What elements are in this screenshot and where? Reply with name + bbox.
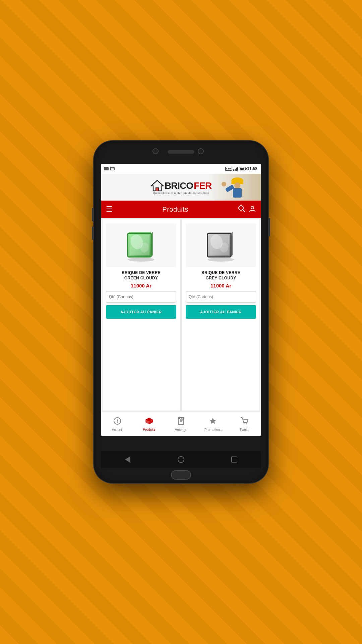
product-qty-grey[interactable] xyxy=(186,291,256,303)
battery-fill xyxy=(240,168,244,170)
home-button[interactable] xyxy=(176,454,186,465)
svg-rect-2 xyxy=(111,168,114,170)
signal-bar-4 xyxy=(237,167,238,171)
volume-down-button xyxy=(92,226,94,240)
signal-bar-1 xyxy=(233,169,234,171)
svg-marker-41 xyxy=(209,418,216,424)
panier-icon xyxy=(241,417,249,427)
front-camera xyxy=(153,148,159,154)
phone-screen: LTE 11:58 xyxy=(101,164,261,436)
logo-background xyxy=(207,174,261,201)
add-to-cart-green[interactable]: AJOUTER AU PANIER xyxy=(106,305,176,319)
notification-icon-1 xyxy=(104,167,109,170)
volume-up-button xyxy=(92,208,94,221)
svg-point-42 xyxy=(244,423,245,424)
notification-icon-2 xyxy=(110,167,115,170)
signal-bar-2 xyxy=(235,169,236,171)
product-qty-green[interactable] xyxy=(106,291,176,303)
menu-icon[interactable]: ☰ xyxy=(106,205,113,214)
svg-point-5 xyxy=(234,182,240,189)
panier-label: Panier xyxy=(240,428,250,432)
logo-tagline: Quincaillerie et matériaux de constructi… xyxy=(153,192,209,195)
back-button[interactable] xyxy=(123,454,133,465)
logo-house-icon xyxy=(150,180,164,192)
nav-item-accueil[interactable]: Accueil xyxy=(101,417,133,432)
nav-item-panier[interactable]: Panier xyxy=(229,417,261,432)
product-card-green: BRIQUE DE VERREGREEN CLOUDY 11000 Ar AJO… xyxy=(103,219,180,411)
page-title: Produits xyxy=(162,206,188,213)
arrivage-label: Arrivage xyxy=(175,428,187,432)
svg-point-23 xyxy=(207,258,234,262)
logo-main: BRICOFER xyxy=(150,180,212,192)
arrivage-icon xyxy=(177,417,185,427)
logo-brico: BRICO xyxy=(165,180,193,191)
signal-bars xyxy=(233,167,238,171)
speaker xyxy=(168,150,194,154)
app-logo-header: BRICOFER Quincaillerie et matériaux de c… xyxy=(101,174,261,201)
search-icon[interactable] xyxy=(238,205,245,214)
status-bar: LTE 11:58 xyxy=(101,164,261,174)
recents-button[interactable] xyxy=(229,454,239,465)
product-price-green: 11000 Ar xyxy=(131,283,152,288)
svg-line-13 xyxy=(243,210,245,212)
product-card-grey: BRIQUE DE VERREGREY CLOUDY 11000 Ar AJOU… xyxy=(182,219,259,411)
front-camera-right xyxy=(198,148,204,154)
power-button xyxy=(268,218,270,236)
product-image-grey xyxy=(186,223,256,267)
promotions-label: Promotions xyxy=(204,428,222,432)
add-to-cart-grey[interactable]: AJOUTER AU PANIER xyxy=(186,305,256,319)
recents-square-icon xyxy=(231,457,237,463)
toolbar-right-icons xyxy=(238,205,256,214)
logo-fer: FER xyxy=(194,180,212,191)
svg-point-40 xyxy=(182,418,183,419)
app-toolbar: ☰ Produits xyxy=(101,201,261,218)
product-price-grey: 11000 Ar xyxy=(210,283,231,288)
battery-icon xyxy=(240,167,246,170)
bottom-navigation: Accueil Produits xyxy=(101,412,261,436)
svg-rect-11 xyxy=(156,188,159,191)
product-image-green xyxy=(106,223,176,267)
product-name-green: BRIQUE DE VERREGREEN CLOUDY xyxy=(122,270,161,281)
worker-image xyxy=(219,175,249,200)
signal-bar-3 xyxy=(236,168,237,171)
home-circle-icon xyxy=(178,456,184,463)
status-left-icons xyxy=(104,167,115,170)
phone-device: LTE 11:58 xyxy=(94,141,268,483)
logo-container: BRICOFER Quincaillerie et matériaux de c… xyxy=(150,180,212,195)
svg-rect-6 xyxy=(233,188,242,198)
produits-icon xyxy=(145,417,154,427)
accueil-label: Accueil xyxy=(112,428,122,432)
back-triangle-icon xyxy=(125,456,130,463)
account-icon[interactable] xyxy=(249,205,256,214)
accueil-icon xyxy=(113,417,121,427)
product-name-grey: BRIQUE DE VERREGREY CLOUDY xyxy=(201,270,240,281)
physical-home-button[interactable] xyxy=(171,470,191,480)
nav-item-produits[interactable]: Produits xyxy=(133,417,165,431)
lte-badge: LTE xyxy=(225,167,232,171)
svg-point-43 xyxy=(246,423,247,424)
svg-point-15 xyxy=(128,258,155,262)
produits-label: Produits xyxy=(143,428,155,431)
nav-item-promotions[interactable]: Promotions xyxy=(197,417,229,432)
products-grid: BRIQUE DE VERREGREEN CLOUDY 11000 Ar AJO… xyxy=(101,218,261,412)
grey-brick-image xyxy=(202,227,239,264)
svg-point-8 xyxy=(222,182,226,186)
promotions-icon xyxy=(209,417,217,427)
clock: 11:58 xyxy=(247,166,257,171)
nav-item-arrivage[interactable]: Arrivage xyxy=(165,417,197,432)
green-brick-image xyxy=(123,227,160,264)
status-right-icons: LTE 11:58 xyxy=(225,166,257,171)
phone-nav-bar xyxy=(101,451,261,468)
svg-point-33 xyxy=(117,422,117,422)
svg-point-14 xyxy=(251,206,254,209)
